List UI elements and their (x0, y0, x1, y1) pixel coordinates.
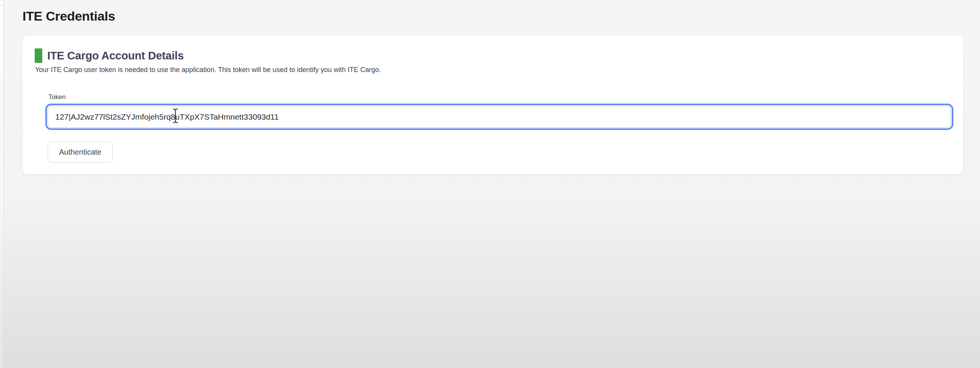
token-input[interactable] (48, 106, 951, 128)
section-heading: ITE Cargo Account Details (47, 49, 184, 62)
page-title: ITE Credentials (22, 8, 963, 24)
left-strip-divider (0, 5, 3, 5)
section-accent-bar (35, 48, 42, 63)
left-edge-strip (0, 0, 4, 368)
token-label: Token (48, 93, 951, 101)
authenticate-button[interactable]: Authenticate (48, 141, 113, 163)
section-header: ITE Cargo Account Details (35, 48, 951, 63)
token-form: Token Authenticate (48, 93, 951, 163)
main-content: ITE Credentials ITE Cargo Account Detail… (22, 0, 963, 174)
section-description: Your ITE Cargo user token is needed to u… (35, 66, 951, 74)
section-card: ITE Cargo Account Details Your ITE Cargo… (22, 35, 963, 174)
